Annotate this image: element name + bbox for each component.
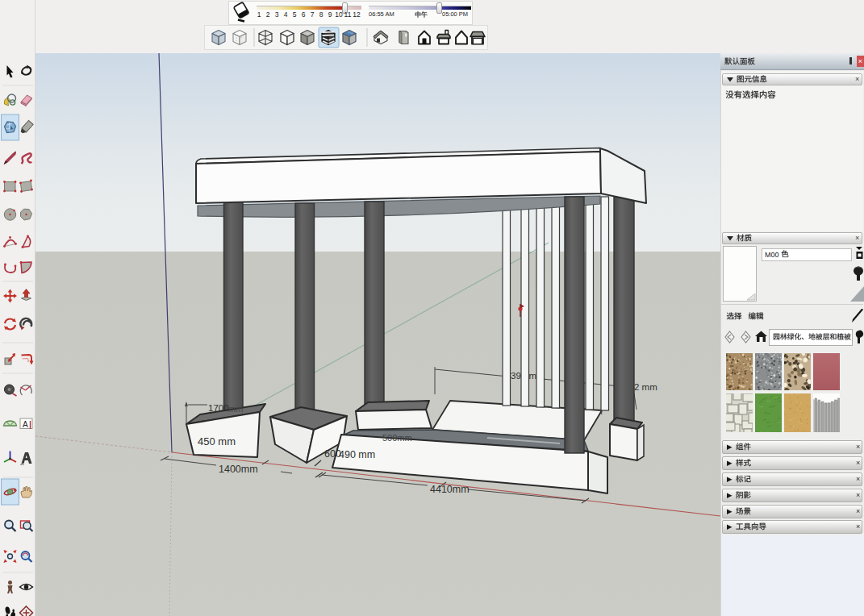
svg-text:2 mm: 2 mm bbox=[634, 382, 657, 392]
svg-text:490 mm: 490 mm bbox=[339, 449, 375, 460]
svg-text:450 mm: 450 mm bbox=[198, 435, 236, 447]
svg-text:1400mm: 1400mm bbox=[219, 464, 258, 475]
svg-text:4410mm: 4410mm bbox=[430, 484, 470, 495]
svg-text:500mm: 500mm bbox=[382, 433, 412, 443]
svg-text:1700: 1700 bbox=[208, 403, 229, 413]
svg-text:mm: mm bbox=[228, 404, 243, 414]
svg-text:A: A bbox=[23, 420, 28, 429]
